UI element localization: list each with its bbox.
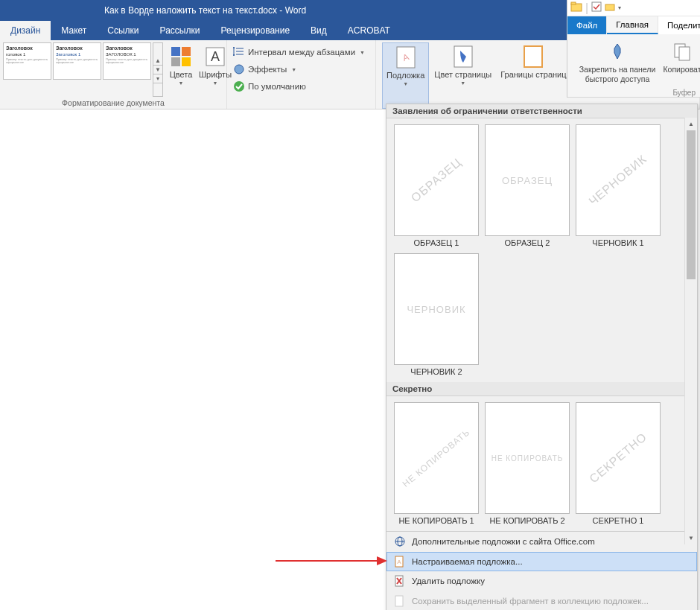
tab-design[interactable]: Дизайн	[0, 21, 51, 40]
globe-icon	[394, 536, 406, 547]
svg-rect-10	[171, 57, 180, 66]
svg-point-18	[234, 81, 244, 92]
svg-rect-8	[171, 47, 180, 56]
theme-gallery[interactable]: Заголовок головок 1 Пример текста для до…	[3, 42, 163, 97]
menu-more-office[interactable]: Дополнительные подложки с сайта Office.c…	[386, 532, 697, 552]
watermark-sample-1[interactable]: ОБРАЗЕЦ ОБРАЗЕЦ 1	[394, 124, 479, 247]
scrollbar-thumb[interactable]	[687, 130, 696, 279]
explorer-app-icon	[570, 1, 582, 16]
check-icon	[233, 80, 245, 92]
menu-save-selection: Сохранить выделенный фрагмент в коллекци…	[386, 591, 697, 610]
watermark-sample-2[interactable]: ОБРАЗЕЦ ОБРАЗЕЦ 2	[485, 124, 570, 247]
page-color-icon	[451, 45, 475, 69]
gallery-section-confidential: Секретно	[386, 382, 697, 396]
watermark-draft-1[interactable]: ЧЕРНОВИК ЧЕРНОВИК 1	[576, 124, 661, 247]
gallery-footer-menu: Дополнительные подложки с сайта Office.c…	[386, 531, 697, 610]
paragraph-spacing-icon	[233, 46, 245, 58]
formatting-options-group: Интервал между абзацами ▼ Эффекты ▼ По у…	[227, 40, 376, 109]
theme-thumb-3[interactable]: Заголовок ЗАГОЛОВОК 1 Пример текста для …	[103, 42, 151, 80]
page-color-button[interactable]: Цвет страницы ▼	[430, 42, 495, 109]
save-selection-icon	[394, 595, 406, 607]
svg-rect-39	[679, 47, 690, 60]
watermark-gallery-dropdown: Заявления об ограничении ответственности…	[386, 104, 698, 610]
svg-rect-37	[605, 4, 614, 10]
qat-checkbox-icon[interactable]	[591, 1, 602, 15]
explorer-tab-share[interactable]: Поделит	[658, 16, 700, 34]
paragraph-spacing-button[interactable]: Интервал между абзацами ▼	[230, 44, 372, 60]
svg-rect-31	[395, 596, 403, 606]
remove-watermark-icon	[394, 575, 406, 587]
page-borders-icon	[521, 45, 545, 69]
colors-icon	[169, 45, 193, 69]
scroll-up-button[interactable]: ▲	[685, 118, 697, 130]
page-borders-button[interactable]: Границы страниц	[497, 42, 570, 109]
annotation-arrow	[276, 553, 387, 568]
menu-custom-watermark[interactable]: A Настраиваемая подложка...	[386, 552, 697, 571]
svg-rect-35	[571, 2, 576, 4]
svg-rect-36	[592, 2, 601, 11]
tab-mailings[interactable]: Рассылки	[150, 21, 211, 40]
tab-review[interactable]: Рецензирование	[210, 21, 300, 40]
svg-text:A: A	[397, 559, 401, 565]
document-formatting-group: Заголовок головок 1 Пример текста для до…	[0, 40, 227, 109]
watermark-donotcopy-1[interactable]: НЕ КОПИРОВАТЬ НЕ КОПИРОВАТЬ 1	[394, 402, 479, 525]
gallery-section-disclaimer: Заявления об ограничении ответственности	[386, 104, 697, 118]
custom-watermark-icon: A	[394, 556, 406, 568]
watermark-draft-2[interactable]: ЧЕРНОВИК ЧЕРНОВИК 2	[394, 253, 479, 376]
svg-point-17	[235, 65, 244, 74]
tab-view[interactable]: Вид	[300, 21, 337, 40]
svg-text:A: A	[211, 49, 220, 64]
explorer-tab-home[interactable]: Главная	[607, 16, 658, 34]
qat-folder-icon[interactable]	[605, 1, 615, 15]
effects-button[interactable]: Эффекты ▼	[230, 61, 372, 77]
watermark-button[interactable]: A Подложка ▼	[382, 42, 429, 109]
copy-button[interactable]: Копироват	[666, 37, 699, 89]
theme-thumb-1[interactable]: Заголовок головок 1 Пример текста для до…	[3, 42, 51, 80]
svg-rect-11	[182, 57, 191, 66]
svg-rect-22	[524, 46, 542, 67]
copy-icon	[670, 39, 694, 63]
explorer-tabs: Файл Главная Поделит	[567, 16, 700, 34]
tab-layout[interactable]: Макет	[51, 21, 97, 40]
tab-acrobat[interactable]: ACROBAT	[337, 21, 401, 40]
clipboard-group-label: Буфер	[569, 89, 699, 97]
theme-thumb-2[interactable]: Заголовок Заголовок 1 Пример текста для …	[53, 42, 101, 80]
group-label-formatting: Форматирование документа	[3, 97, 223, 109]
tab-references[interactable]: Ссылки	[97, 21, 149, 40]
svg-rect-9	[182, 47, 191, 56]
watermark-secret-1[interactable]: СЕКРЕТНО СЕКРЕТНО 1	[576, 402, 661, 525]
watermark-icon: A	[394, 45, 418, 69]
fonts-icon: A	[203, 45, 227, 69]
explorer-tab-file[interactable]: Файл	[567, 16, 607, 34]
set-default-button[interactable]: По умолчанию	[230, 78, 372, 95]
svg-marker-33	[377, 556, 387, 565]
scroll-down-button[interactable]: ▼	[685, 532, 697, 544]
effects-icon	[233, 63, 245, 75]
qat-dropdown[interactable]: ▾	[618, 4, 621, 11]
explorer-quick-access-toolbar: | ▾	[567, 0, 700, 16]
gallery-scrollbar[interactable]: ▲ ▼	[684, 118, 697, 544]
file-explorer-window: | ▾ Файл Главная Поделит Закрепить на па…	[567, 0, 700, 98]
theme-gallery-more[interactable]: ▲▼▾	[153, 42, 163, 97]
watermark-donotcopy-2[interactable]: НЕ КОПИРОВАТЬ НЕ КОПИРОВАТЬ 2	[485, 402, 570, 525]
divider: |	[585, 1, 588, 15]
explorer-ribbon: Закрепить на панели быстрого доступа Коп…	[567, 34, 700, 98]
pin-quick-access-button[interactable]: Закрепить на панели быстрого доступа	[569, 37, 666, 89]
document-title: Как в Ворде наложить текст на текст.docx…	[104, 5, 306, 16]
menu-remove-watermark[interactable]: Удалить подложку	[386, 571, 697, 591]
pin-icon	[605, 39, 629, 63]
colors-button[interactable]: Цвета ▼	[165, 42, 197, 97]
